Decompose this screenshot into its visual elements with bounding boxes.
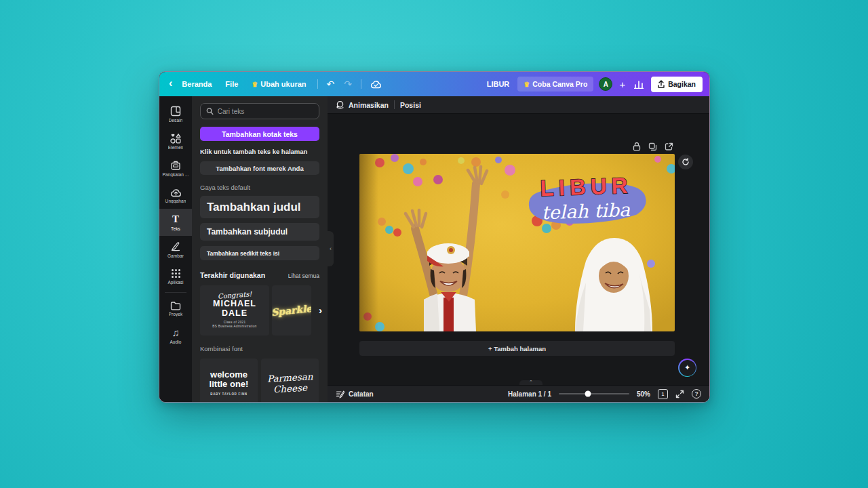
search-box[interactable] <box>200 103 319 119</box>
refresh-icon <box>682 158 690 166</box>
database-icon <box>170 160 181 171</box>
text-panel: Tambahkan kotak teks Klik untuk tambah t… <box>192 96 328 402</box>
design-page[interactable]: LIBUR telah tiba <box>359 154 675 331</box>
animasikan-button[interactable]: Animasikan <box>336 100 389 109</box>
add-page-button[interactable]: + Tambah halaman <box>359 341 675 356</box>
back-chevron-icon[interactable]: ‹ <box>166 78 174 90</box>
sidebar-item-pangkalan[interactable]: Pangkalan ... <box>159 155 192 182</box>
zoom-slider[interactable] <box>559 393 629 394</box>
font-combo-row: welcome little one! BABY TAYLOR FINN Par… <box>200 359 319 403</box>
document-title[interactable]: LIBUR <box>487 80 510 88</box>
default-styles-heading: Gaya teks default <box>200 184 319 191</box>
recent-template-sparkle[interactable]: Sparkle <box>272 285 311 336</box>
add-text-hint: Klik untuk tambah teks ke halaman <box>200 148 319 155</box>
add-body-text-button[interactable]: Tambahkan sedikit teks isi <box>200 246 319 260</box>
duplicate-page-icon[interactable] <box>648 142 657 151</box>
coba-canva-pro-button[interactable]: ♛Coba Canva Pro <box>517 77 593 92</box>
elements-icon <box>170 133 181 144</box>
recent-heading: Terakhir digunakan <box>200 271 265 279</box>
add-member-button[interactable]: + <box>618 79 627 90</box>
page-controls <box>633 142 673 151</box>
font-combo-parmesan[interactable]: Parmesan Cheese <box>261 359 319 403</box>
notes-icon <box>336 390 344 399</box>
sparkle-icon: ✦ <box>684 363 690 372</box>
add-subheading-button[interactable]: Tambahkan subjudul <box>200 223 319 241</box>
page-indicator: Halaman 1 / 1 <box>508 390 551 398</box>
bottom-bar: Catatan Halaman 1 / 1 50% 1 ? <box>328 385 709 402</box>
divider <box>361 79 361 89</box>
upload-icon <box>658 80 665 88</box>
crown-icon: ♛ <box>524 81 530 88</box>
projects-icon <box>170 301 181 310</box>
sidebar-item-unggahan[interactable]: Unggahan <box>159 182 192 209</box>
sidebar-item-desain[interactable]: Desain <box>159 100 192 127</box>
menu-ubah-ukuran[interactable]: ♛Ubah ukuran <box>246 77 311 91</box>
avatar[interactable]: A <box>599 77 612 91</box>
undo-button[interactable]: ↶ <box>323 79 338 89</box>
font-combo-welcome[interactable]: welcome little one! BABY TAYLOR FINN <box>200 359 258 403</box>
bottom-bar-right: Halaman 1 / 1 50% 1 ? <box>508 389 701 399</box>
sidebar-rail: Desain Elemen Pangkalan ... Unggahan T T… <box>159 96 192 402</box>
main-row: Desain Elemen Pangkalan ... Unggahan T T… <box>159 96 709 402</box>
pages-strip-toggle[interactable]: ⌃ <box>519 380 542 385</box>
help-button[interactable]: ? <box>692 389 701 399</box>
recent-carousel: Congrats! MICHAEL DALE Class of 2021BS B… <box>200 285 319 336</box>
font-combo-heading: Kombinasi font <box>200 345 319 352</box>
divider <box>317 79 318 89</box>
posisi-button[interactable]: Posisi <box>400 101 421 109</box>
uploads-icon <box>170 188 182 197</box>
sidebar-item-elemen[interactable]: Elemen <box>159 127 192 155</box>
draw-icon <box>170 241 181 252</box>
search-input[interactable] <box>218 108 313 115</box>
top-bar-left: ‹ Beranda File ♛Ubah ukuran ↶ ↷ <box>166 77 385 91</box>
canva-app-window: ‹ Beranda File ♛Ubah ukuran ↶ ↷ LIBUR ♛C… <box>159 71 710 403</box>
add-heading-button[interactable]: Tambahkan judul <box>200 196 319 218</box>
rail-divider <box>165 292 186 293</box>
refresh-page-button[interactable] <box>678 155 693 169</box>
search-icon <box>206 107 214 115</box>
page-manager-button[interactable]: 1 <box>658 389 668 399</box>
zoom-level[interactable]: 50% <box>637 390 650 398</box>
recent-template-graduation[interactable]: Congrats! MICHAEL DALE Class of 2021BS B… <box>200 285 269 336</box>
menu-file[interactable]: File <box>220 77 243 91</box>
sidebar-item-proyek[interactable]: Proyek <box>159 295 192 322</box>
insights-icon[interactable] <box>632 80 646 89</box>
sidebar-item-teks[interactable]: T Teks <box>159 209 192 236</box>
crown-icon: ♛ <box>252 81 258 88</box>
canvas-area: Animasikan Posisi <box>328 96 709 402</box>
zoom-slider-thumb[interactable] <box>585 391 591 397</box>
canva-assistant-button[interactable]: ✦ <box>678 359 696 377</box>
bagikan-button[interactable]: Bagikan <box>651 77 703 92</box>
chevron-up-icon: ⌃ <box>529 380 533 384</box>
see-all-link[interactable]: Lihat semua <box>288 272 319 279</box>
divider <box>394 100 395 109</box>
brand-font-button[interactable]: Tambahkan font merek Anda <box>200 161 319 175</box>
animate-icon <box>336 100 344 109</box>
catatan-button[interactable]: Catatan <box>336 390 374 399</box>
cloud-save-icon <box>367 80 385 89</box>
text-icon: T <box>172 214 179 225</box>
add-textbox-button[interactable]: Tambahkan kotak teks <box>200 127 319 141</box>
menu-beranda[interactable]: Beranda <box>176 77 217 91</box>
export-page-icon[interactable] <box>665 142 673 151</box>
fullscreen-icon[interactable] <box>675 390 684 399</box>
sidebar-item-gambar[interactable]: Gambar <box>159 236 192 263</box>
sidebar-item-aplikasi[interactable]: Aplikasi <box>159 263 192 290</box>
panel-collapse-tab[interactable]: ‹ <box>328 231 334 266</box>
design-icon <box>170 106 181 117</box>
redo-button[interactable]: ↷ <box>340 79 355 89</box>
audio-icon: ♫ <box>172 327 179 338</box>
top-bar: ‹ Beranda File ♛Ubah ukuran ↶ ↷ LIBUR ♛C… <box>159 72 709 96</box>
context-toolbar: Animasikan Posisi <box>328 96 709 114</box>
chevron-left-icon: ‹ <box>330 245 332 252</box>
carousel-next-icon[interactable]: › <box>319 304 322 316</box>
sidebar-item-audio[interactable]: ♫ Audio <box>159 322 192 349</box>
recent-section-header: Terakhir digunakan Lihat semua <box>200 271 319 279</box>
lock-icon[interactable] <box>633 142 641 151</box>
apps-icon <box>171 268 181 279</box>
top-bar-right: LIBUR ♛Coba Canva Pro A + Bagikan <box>487 77 703 92</box>
